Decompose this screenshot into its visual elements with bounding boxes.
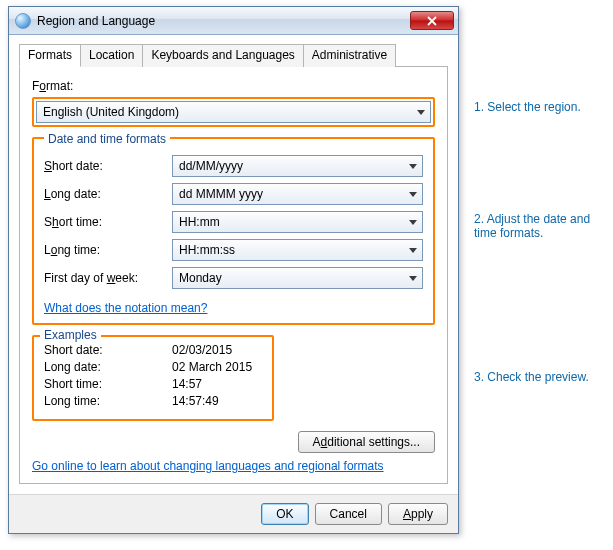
notation-link[interactable]: What does the notation mean? [44,301,207,315]
example-value: 02 March 2015 [172,360,252,374]
format-label: Format: [32,79,435,93]
datetime-dropdown-4[interactable]: Monday [172,267,423,289]
formats-pane: Format: English (United Kingdom) Date an… [19,67,448,484]
format-dropdown[interactable]: English (United Kingdom) [36,101,431,123]
datetime-row-label: Long date: [44,187,172,201]
globe-icon [15,13,31,29]
datetime-row-label: First day of week: [44,271,172,285]
example-row: Short time:14:57 [44,377,262,391]
highlight-region: English (United Kingdom) [32,97,435,127]
example-label: Long time: [44,394,172,408]
datetime-row-label: Long time: [44,243,172,257]
datetime-row: Short time:HH:mm [44,211,423,233]
apply-button[interactable]: Apply [388,503,448,525]
cancel-button[interactable]: Cancel [315,503,382,525]
dropdown-value: dd/MM/yyyy [173,159,404,173]
datetime-dropdown-3[interactable]: HH:mm:ss [172,239,423,261]
region-language-dialog: Region and Language Formats Location Key… [8,6,459,534]
dialog-footer: OK Cancel Apply [9,494,458,533]
chevron-down-icon [404,164,422,169]
annotation-3: 3. Check the preview. [474,370,589,384]
format-dropdown-value: English (United Kingdom) [37,105,412,119]
datetime-row-label: Short time: [44,215,172,229]
datetime-dropdown-1[interactable]: dd MMMM yyyy [172,183,423,205]
dropdown-value: HH:mm:ss [173,243,404,257]
go-online-link[interactable]: Go online to learn about changing langua… [32,459,384,473]
example-label: Short date: [44,343,172,357]
datetime-formats-group: Date and time formats Short date:dd/MM/y… [36,141,431,321]
chevron-down-icon [404,248,422,253]
window-title: Region and Language [37,14,410,28]
chevron-down-icon [404,276,422,281]
tab-keyboards-languages[interactable]: Keyboards and Languages [142,44,303,67]
tabstrip: Formats Location Keyboards and Languages… [19,43,448,67]
example-label: Long date: [44,360,172,374]
tab-administrative[interactable]: Administrative [303,44,396,67]
datetime-row: Long date:dd MMMM yyyy [44,183,423,205]
example-row: Short date:02/03/2015 [44,343,262,357]
datetime-row: First day of week:Monday [44,267,423,289]
dropdown-value: dd MMMM yyyy [173,187,404,201]
example-row: Long date:02 March 2015 [44,360,262,374]
dropdown-value: HH:mm [173,215,404,229]
dropdown-value: Monday [173,271,404,285]
datetime-row: Long time:HH:mm:ss [44,239,423,261]
examples-group: Examples Short date:02/03/2015Long date:… [32,335,274,421]
close-icon [427,16,437,26]
datetime-row-label: Short date: [44,159,172,173]
tab-location[interactable]: Location [80,44,143,67]
close-button[interactable] [410,11,454,30]
example-value: 14:57:49 [172,394,219,408]
annotation-2: 2. Adjust the date and time formats. [474,212,604,240]
tab-formats[interactable]: Formats [19,44,81,67]
example-value: 14:57 [172,377,202,391]
example-row: Long time:14:57:49 [44,394,262,408]
datetime-legend: Date and time formats [44,132,170,146]
example-label: Short time: [44,377,172,391]
additional-settings-button[interactable]: Additional settings... [298,431,435,453]
highlight-datetime: Date and time formats Short date:dd/MM/y… [32,137,435,325]
datetime-dropdown-0[interactable]: dd/MM/yyyy [172,155,423,177]
chevron-down-icon [404,220,422,225]
ok-button[interactable]: OK [261,503,308,525]
example-value: 02/03/2015 [172,343,232,357]
chevron-down-icon [404,192,422,197]
titlebar[interactable]: Region and Language [9,7,458,35]
datetime-dropdown-2[interactable]: HH:mm [172,211,423,233]
annotation-1: 1. Select the region. [474,100,581,114]
chevron-down-icon [412,110,430,115]
examples-legend: Examples [40,328,101,342]
datetime-row: Short date:dd/MM/yyyy [44,155,423,177]
